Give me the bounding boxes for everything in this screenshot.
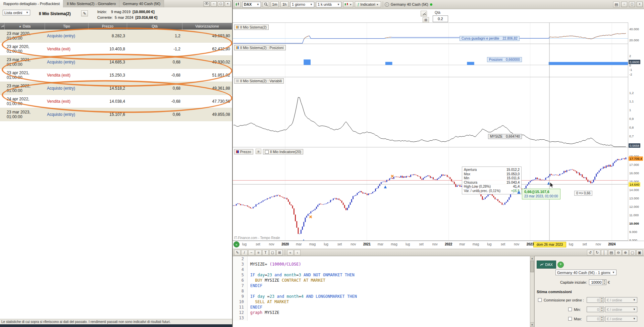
editor-scrollbar[interactable]: ▲ ▼ [530,256,534,327]
max-checkbox[interactable] [568,317,572,321]
trendline-tool-icon[interactable]: / [241,250,248,255]
scroll-up-icon[interactable]: ▲ [530,256,534,261]
code-line[interactable]: 9IF day =23 and month=4 AND LONGONMARKET… [233,294,530,299]
instrument-period-select[interactable]: Germany 40 Cash (5€) - 1 giorno ▼ [555,270,616,275]
table-row[interactable]: 23 mar 2023, 01:00:00Acquisto (entry)15.… [0,108,232,121]
timeframe-1h-button[interactable]: 1h [280,1,288,7]
price-chart-canvas[interactable] [233,22,628,241]
commission-checkbox[interactable] [538,298,542,302]
stepper-up-icon[interactable]: ▲ [600,316,604,319]
scroll-down-icon[interactable]: ▼ [530,322,534,327]
column-header-data[interactable]: ▲Data [5,23,45,30]
maximize-button[interactable]: ▢ [629,2,635,7]
zoom-out-icon[interactable]: ⊖ [615,250,622,255]
grid-tool-icon[interactable]: ⊞ [276,250,283,255]
commission-input[interactable] [587,307,600,312]
chart-plot-area[interactable] [233,22,628,241]
period-select[interactable]: 1 giorno▼ [290,2,314,7]
stepper-up-icon[interactable]: ▲ [600,297,604,300]
units-select[interactable]: 1 k unità▼ [316,2,341,7]
info-icon[interactable]: i [385,2,389,7]
tab-sistema-giornaliero[interactable]: Il Mio Sistema(2) - Giornaliero [63,0,119,7]
table-row[interactable]: 24 apr 2022, 01:00:00Vendita (exit)14.03… [0,95,232,108]
price-list-icon[interactable]: ≡ [256,149,261,154]
code-line[interactable]: 13 [233,315,530,321]
column-header-valorizzazione[interactable]: Valorizzazione [182,23,232,30]
code-line[interactable]: 3MYSIZE= (10000/CLOSE) [233,262,530,267]
price-axis[interactable]: 40.00020.000210-1-21,21,110,90,80,70,618… [628,22,644,241]
undo-icon[interactable]: ↺ [587,250,593,255]
rectangle-tool-icon[interactable]: ◻ [269,250,276,255]
commission-stepper[interactable]: ▲▼ [587,307,604,312]
table-row[interactable]: 23 apr 2020, 01:00:00Vendita (exit)10.40… [0,43,232,56]
min-checkbox[interactable] [568,308,572,311]
text-tool-icon[interactable]: T [262,250,269,255]
chart-type-button[interactable]: ▼ [343,1,353,7]
stepper-up-icon[interactable]: ▲ [600,307,604,310]
add-backtest-button[interactable]: + [557,262,564,268]
indicator-checkbox[interactable] [265,150,269,154]
collapse-panel-button[interactable]: « [233,241,239,247]
stepper-down-icon[interactable]: ▼ [602,282,606,285]
commission-input[interactable] [587,316,600,321]
code-line[interactable]: 2 [233,256,530,262]
code-line[interactable]: 7ENDIF [233,283,530,288]
zoom-in-icon[interactable]: ⊕ [622,250,629,255]
legend-indicator[interactable]: Il Mio Indicatore(20) [263,149,303,154]
window-link-icon[interactable] [204,1,210,7]
column-header-tipo[interactable]: Tipo [45,23,89,30]
qty-input[interactable] [433,15,448,22]
table-row[interactable]: 23 mar 2021, 01:00:00Acquisto (entry)14.… [0,56,232,69]
stepper-down-icon[interactable]: ▼ [600,319,604,322]
scroll-left-icon[interactable]: ‹ [294,250,301,255]
calculator-icon[interactable]: ⊞ [423,17,429,23]
time-axis[interactable]: dom 26 mar 2023 lugsetnov2020marmaglugse… [233,241,644,249]
order-list-select[interactable]: Lista ordini▼ [3,10,30,15]
indicators-button[interactable]: ƒ Indicatori ▼ [355,1,381,7]
table-row[interactable]: 23 mar 2022, 01:00:00Acquisto (entry)14.… [0,82,232,95]
maximize-button[interactable]: ▢ [218,1,224,7]
stepper-down-icon[interactable]: ▼ [600,310,604,312]
legend-price[interactable]: Prezzo [234,149,253,154]
capital-input[interactable] [589,280,602,285]
chart-style-icon[interactable]: ▤ [608,250,614,255]
commission-unit-select[interactable]: € / ordine▼ [605,297,637,303]
stepper-down-icon[interactable]: ▼ [600,300,604,303]
capital-stepper[interactable]: ▲▼ [589,279,606,285]
commission-unit-select[interactable]: € / ordine▼ [605,307,637,312]
scroll-left-fast-icon[interactable]: « [287,250,293,255]
legend-variables[interactable]: Il Mio Sistema(2) : Variabili [234,78,284,84]
commission-stepper[interactable]: ▲▼ [587,297,604,303]
symbol-search-icon[interactable] [263,2,269,7]
scrollbar-thumb[interactable] [530,261,534,272]
code-line[interactable]: 11ENDIF [233,305,530,310]
wrench-icon[interactable] [421,11,427,16]
commission-input[interactable] [587,297,600,302]
horizontal-line-tool-icon[interactable]: − [248,250,255,255]
tab-dax[interactable]: DAX [537,261,556,269]
table-row[interactable]: 23 apr 2021, 01:00:00Vendita (exit)15.25… [0,69,232,82]
close-button[interactable]: × [225,1,231,7]
column-header-qt[interactable]: Qtà [127,23,182,30]
code-line[interactable]: 6 BUY MYSIZE CONTRACT AT MARKET [233,278,530,283]
chart-settings-icon[interactable]: ▤ [613,2,620,7]
minimize-button[interactable]: − [621,2,627,7]
commission-stepper[interactable]: ▲▼ [587,316,604,322]
code-line[interactable]: 4 [233,267,530,272]
timeframe-1m-button[interactable]: 1m [271,1,279,7]
column-header-prezzo[interactable]: Prezzo [89,23,127,30]
code-line[interactable]: 5IF day=23 and month=3 AND NOT ONMARKET … [233,272,530,278]
edit-system-button[interactable]: ✎ [81,10,88,16]
pencil-tool-icon[interactable]: ✎ [234,250,240,255]
minimize-button[interactable]: − [211,1,217,7]
fibonacci-tool-icon[interactable]: ≡ [255,250,262,255]
code-line[interactable]: 10 SELL AT MARKET [233,299,530,305]
table-row[interactable]: 23 mar 2020, 01:00:00Acquisto (entry)8.2… [0,30,232,43]
code-line[interactable]: 8 [233,288,530,294]
zoom-reset-icon[interactable]: ▢ [629,250,636,255]
legend-positions[interactable]: Il Mio Sistema(2) : Posizioni [234,45,286,50]
fullscreen-icon[interactable]: ▣ [636,250,643,255]
legend-equity[interactable]: Il Mio Sistema(2) [234,25,269,30]
code-line[interactable]: 12graph MYSIZE [233,310,530,315]
chart-app-icon[interactable] [234,2,240,7]
